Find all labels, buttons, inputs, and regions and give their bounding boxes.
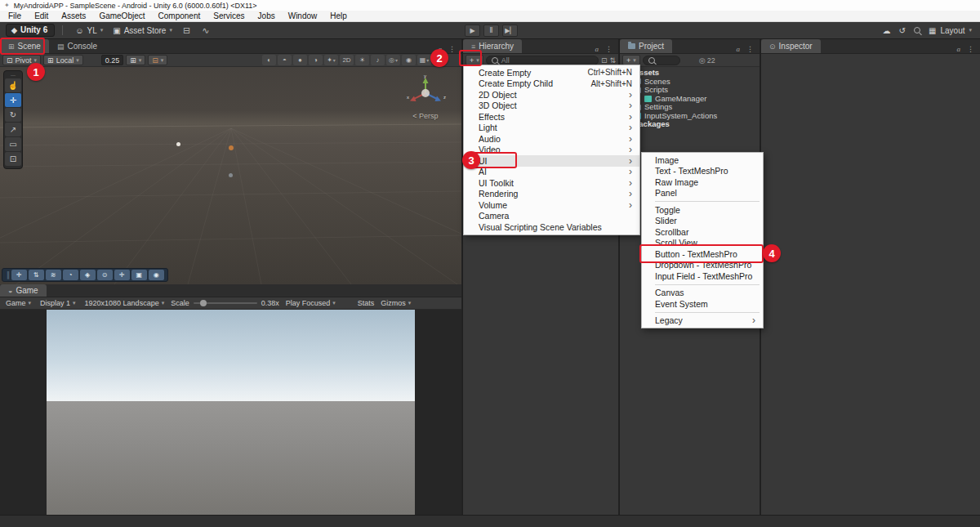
unity-version-badge[interactable]: ◆ Unity 6 <box>6 24 55 37</box>
lock-icon[interactable]: a <box>737 45 741 53</box>
menubar-item[interactable]: Services <box>207 11 251 20</box>
scale-slider-knob[interactable] <box>200 300 207 306</box>
submenu-item[interactable]: Image <box>642 154 763 166</box>
context-menu-item[interactable]: Rendering <box>464 189 639 200</box>
effects-dropdown-icon[interactable]: ✦ <box>324 55 338 65</box>
globe-overlay-icon[interactable]: ◉ <box>149 270 164 280</box>
menubar-item[interactable]: Edit <box>28 11 55 20</box>
context-menu-item[interactable]: Light <box>464 123 639 134</box>
search-tool-icon[interactable]: ⊙ <box>97 270 113 280</box>
kebab-menu-icon[interactable]: ⋮ <box>967 45 974 53</box>
layout-dropdown[interactable]: ▦ Layout ▾ <box>929 26 972 35</box>
tab-game[interactable]: ◒ Game <box>0 284 47 297</box>
transform-tool[interactable]: ⊡ <box>5 152 21 166</box>
context-menu-item[interactable]: Create Empty Ctrl+Shift+N <box>464 67 639 78</box>
submenu-item[interactable]: Legacy <box>642 315 763 327</box>
snap-value-field[interactable]: 0.25 <box>101 55 124 65</box>
context-menu-item[interactable]: UI <box>464 155 639 167</box>
submenu-item[interactable]: Input Field - TextMeshPro <box>642 270 763 282</box>
context-menu-item[interactable]: Video <box>464 145 639 156</box>
menubar-item[interactable]: GameObject <box>92 11 151 20</box>
cloud-icon[interactable]: ☁ <box>883 26 891 35</box>
tab-inspector[interactable]: ⊙ Inspector <box>761 39 821 53</box>
submenu-item[interactable]: Toggle <box>642 204 763 216</box>
rotate-tool[interactable]: ↻ <box>5 108 21 122</box>
2d-toggle[interactable]: 2D <box>340 55 354 65</box>
project-search-input[interactable] <box>643 56 680 65</box>
stats-button[interactable]: Stats <box>358 299 375 307</box>
visibility-dropdown-icon[interactable]: ◎ <box>386 55 400 65</box>
scale-tool[interactable]: ↗ <box>5 123 21 136</box>
submenu-item[interactable]: Dropdown - TextMeshPro <box>642 260 763 271</box>
move-tool[interactable]: ✛ <box>5 93 21 107</box>
menubar-item[interactable]: Component <box>152 11 207 20</box>
context-menu-item[interactable]: Volume <box>464 199 639 211</box>
tab-scene[interactable]: ⊞ Scene <box>0 39 49 53</box>
orientation-gizmo[interactable]: x z y < Persp <box>401 74 450 120</box>
tab-project[interactable]: Project <box>620 39 672 53</box>
menubar-item[interactable]: Window <box>282 11 324 20</box>
kebab-menu-icon[interactable]: ⋮ <box>746 45 754 53</box>
version-control-icon[interactable]: ∿ <box>196 25 215 36</box>
undo-history-icon[interactable]: ↺ <box>899 26 906 35</box>
skybox-toggle-icon[interactable]: ● <box>293 55 307 65</box>
context-menu-item[interactable]: Visual Scripting Scene Variables <box>464 221 639 233</box>
menubar-item[interactable]: File <box>2 11 28 20</box>
submenu-item[interactable] <box>642 199 763 204</box>
camera-settings-icon[interactable]: ◉ <box>402 55 416 65</box>
local-dropdown[interactable]: ⊞ Local ▾ <box>43 55 83 65</box>
context-menu-item[interactable]: Audio <box>464 133 639 145</box>
overlay-drag-handle[interactable]: ║ <box>6 271 10 279</box>
tree-item[interactable]: Scripts <box>620 86 760 95</box>
context-menu-item[interactable]: AI <box>464 167 639 178</box>
search-icon[interactable] <box>914 27 920 33</box>
sort-icon[interactable]: ⇅ <box>609 56 616 65</box>
submenu-item[interactable]: Raw Image <box>642 176 763 188</box>
snap-settings-icon[interactable]: ≋ <box>46 270 61 280</box>
submenu-item[interactable]: Event System <box>642 298 763 310</box>
context-menu-item[interactable]: Create Empty Child Alt+Shift+N <box>464 78 639 90</box>
lighting-toggle-icon[interactable]: ☀ <box>355 55 369 65</box>
wireframe-mode-icon[interactable]: ◓ <box>278 55 292 65</box>
gizmo-axis-icon[interactable]: ⇅ <box>29 270 44 280</box>
audio-toggle-icon[interactable]: ♪ <box>371 55 385 65</box>
shaded-mode-icon[interactable]: ◐ <box>262 55 276 65</box>
orientation-icon[interactable]: ◔ <box>63 270 78 280</box>
menubar-item[interactable]: Assets <box>55 11 92 20</box>
game-viewport[interactable] <box>0 310 461 515</box>
submenu-item[interactable]: Text - TextMeshPro <box>642 166 763 177</box>
scene-object-orange[interactable] <box>229 145 234 150</box>
tree-item[interactable]: Settings <box>620 103 760 112</box>
rect-tool[interactable]: ▭ <box>5 137 21 151</box>
scene-viewport[interactable]: — ☝✛↻↗▭⊡ x z y < Persp <box>0 67 461 284</box>
lock-icon[interactable]: a <box>957 45 961 53</box>
submenu-item[interactable]: Panel <box>642 188 763 199</box>
tab-hierarchy[interactable]: ≡ Hierarchy <box>463 39 522 53</box>
account-dropdown[interactable]: ☺ YL ▾ <box>70 26 108 35</box>
hidden-count[interactable]: ◎ 22 <box>699 56 715 65</box>
camera-overlay-icon[interactable]: ▣ <box>131 270 147 280</box>
scene-picker-icon[interactable]: ⊡ <box>601 56 608 65</box>
move-overlay-icon[interactable]: ✛ <box>114 270 130 280</box>
tree-item[interactable]: InputSystem_Actions <box>620 112 760 121</box>
scale-slider[interactable] <box>194 302 257 304</box>
lock-icon[interactable]: a <box>595 45 599 53</box>
submenu-item[interactable]: Canvas <box>642 288 763 299</box>
menubar-item[interactable]: Jobs <box>252 11 282 20</box>
kebab-menu-icon[interactable]: ⋮ <box>448 45 456 53</box>
context-menu-item[interactable]: Effects <box>464 111 639 123</box>
gizmos-dropdown[interactable]: Gizmos ▾ <box>378 299 413 307</box>
play-button[interactable]: ▶ <box>465 25 480 37</box>
tree-item[interactable]: GameManager <box>620 95 760 104</box>
grid-dropdown-icon[interactable]: ▦ <box>417 55 431 65</box>
context-menu-item[interactable]: 3D Object <box>464 100 639 112</box>
submenu-item[interactable]: Scrollbar <box>642 226 763 238</box>
submenu-item[interactable]: Button - TextMeshPro <box>642 248 763 260</box>
fx-toggle-icon[interactable]: ◑ <box>309 55 323 65</box>
scene-object-white[interactable] <box>176 142 180 146</box>
tree-item[interactable]: Assets <box>620 69 760 78</box>
display-dropdown[interactable]: Display 1 ▾ <box>38 299 78 307</box>
gizmo-move-icon[interactable]: ✛ <box>11 270 27 280</box>
tree-item[interactable]: Packages <box>620 120 760 129</box>
overlay-drag-handle[interactable]: — <box>5 73 21 78</box>
